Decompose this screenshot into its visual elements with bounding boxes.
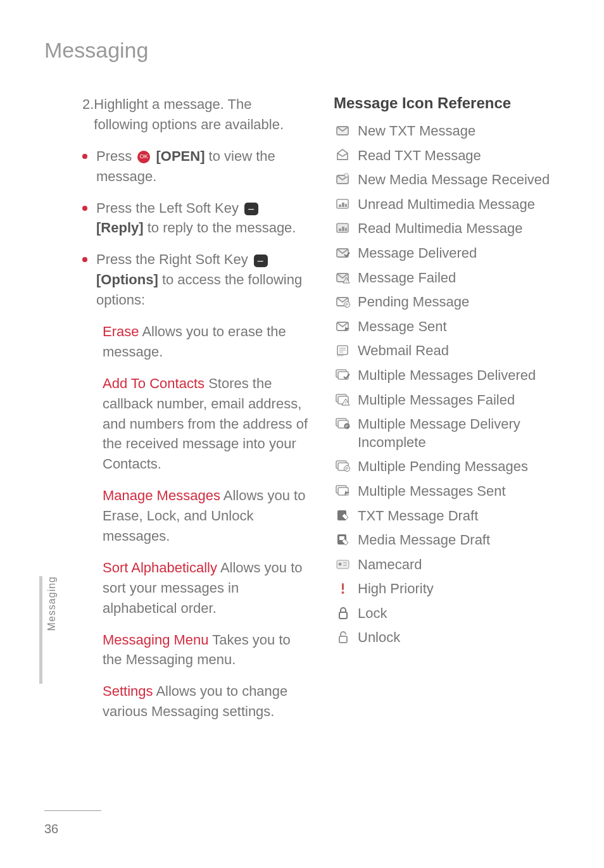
multi-sent-icon [334, 482, 353, 498]
right-column: Message Icon Reference New TXT MessageRe… [334, 94, 560, 733]
icon-reference-label: New TXT Message [353, 122, 560, 141]
icon-reference-row: Namecard [334, 556, 560, 574]
ok-icon: OK [137, 151, 150, 163]
icon-reference-label: High Priority [353, 580, 560, 598]
icon-reference-row: PMultiple Pending Messages [334, 458, 560, 476]
svg-text:P: P [346, 424, 349, 429]
icon-reference-row: Unlock [334, 629, 560, 647]
step-item: 2. Highlight a message. The following op… [82, 94, 308, 135]
envelope-pending-icon: P [334, 293, 353, 308]
icon-reference-label: Multiple Message Delivery Incomplete [353, 415, 560, 451]
icon-reference-row: ♪New Media Message Received [334, 171, 560, 189]
softkey-icon [244, 203, 258, 215]
icon-reference-row: !Multiple Messages Failed [334, 391, 560, 410]
icon-reference-label: Message Sent [353, 318, 560, 336]
svg-rect-10 [342, 227, 344, 231]
left-column: 2. Highlight a message. The following op… [44, 94, 308, 733]
icon-reference-label: Multiple Messages Sent [353, 482, 560, 501]
definition-term: Erase [103, 324, 139, 339]
icon-reference-row: TXT Message Draft [334, 507, 560, 525]
svg-text:P: P [346, 303, 349, 307]
envelope-sent-icon [334, 318, 353, 333]
definition-item: Sort Alphabetically Allows you to sort y… [82, 558, 308, 619]
icon-reference-row: High Priority [334, 580, 560, 598]
svg-rect-48 [339, 612, 347, 619]
icon-reference-label: Unread Multimedia Message [353, 196, 560, 214]
icon-reference-row: Multiple Messages Sent [334, 482, 560, 501]
icon-reference-row: Message Delivered [334, 244, 560, 263]
bullet-item: Press OK [OPEN] to view the message. [82, 146, 308, 187]
icon-reference-label: Message Failed [353, 269, 560, 287]
multi-pending-icon: P [334, 458, 353, 473]
icon-reference-label: TXT Message Draft [353, 507, 560, 525]
definition-term: Settings [103, 683, 153, 699]
icon-reference-label: Media Message Draft [353, 531, 560, 550]
bullet-item: Press the Right Soft Key [Options] to ac… [82, 249, 308, 310]
bullet-dot-icon [82, 206, 87, 211]
icon-reference-row: New TXT Message [334, 122, 560, 141]
svg-text:!: ! [346, 279, 347, 283]
envelope-music-icon: ♪ [334, 171, 353, 186]
icon-reference-label: Lock [353, 605, 560, 623]
definition-term: Manage Messages [103, 487, 220, 503]
svg-text:!: ! [345, 401, 346, 405]
svg-rect-11 [345, 228, 347, 231]
lock-closed-icon [334, 605, 353, 620]
bullet-text: Press the Left Soft Key [Reply] to reply… [96, 198, 308, 239]
envelope-warn-icon: ! [334, 269, 353, 284]
svg-rect-6 [342, 203, 344, 207]
svg-point-43 [339, 562, 342, 565]
side-tab-label: Messaging [46, 576, 58, 631]
svg-text:WAP: WAP [337, 353, 344, 357]
icon-reference-row: Message Sent [334, 318, 560, 336]
draft-txt-icon [334, 507, 353, 522]
draft-media-icon [334, 531, 353, 546]
icon-reference-row: Unread Multimedia Message [334, 196, 560, 214]
icon-reference-label: Pending Message [353, 293, 560, 311]
side-tab: Messaging [39, 576, 54, 684]
icon-reference-row: PPending Message [334, 293, 560, 311]
svg-point-47 [342, 591, 344, 594]
icon-reference-label: Namecard [353, 556, 560, 574]
icon-reference-label: Unlock [353, 629, 560, 647]
svg-text:P: P [346, 467, 349, 471]
multi-pending-dark-icon: P [334, 415, 353, 431]
icon-reference-row: Read TXT Message [334, 147, 560, 165]
definition-term: Messaging Menu [103, 632, 209, 648]
envelope-open-icon [334, 147, 353, 162]
icon-reference-row: WAPWebmail Read [334, 342, 560, 360]
icon-reference-label: Multiple Pending Messages [353, 458, 560, 476]
svg-rect-7 [345, 204, 347, 207]
icon-reference-label: New Media Message Received [353, 171, 560, 189]
namecard-icon [334, 556, 353, 571]
definition-term: Add To Contacts [103, 375, 204, 391]
icon-reference-row: Read Multimedia Message [334, 220, 560, 238]
icon-reference-heading: Message Icon Reference [334, 94, 560, 112]
icon-reference-label: Webmail Read [353, 342, 560, 360]
bullet-dot-icon [82, 257, 87, 262]
icon-reference-label: Read TXT Message [353, 147, 560, 165]
page-title: Messaging [44, 38, 560, 63]
icon-reference-label: Multiple Messages Failed [353, 391, 560, 410]
multi-warn-icon: ! [334, 391, 353, 406]
definition-item: Messaging Menu Takes you to the Messagin… [82, 630, 308, 670]
definition-item: Add To Contacts Stores the callback numb… [82, 374, 308, 474]
webmail-icon: WAP [334, 342, 353, 357]
icon-reference-label: Read Multimedia Message [353, 220, 560, 238]
step-number: 2. [82, 94, 94, 135]
multi-check-icon [334, 367, 353, 382]
bullet-dot-icon [82, 154, 87, 159]
picture-read-icon [334, 220, 353, 235]
definition-item: Erase Allows you to erase the message. [82, 322, 308, 362]
svg-rect-46 [342, 583, 344, 590]
definition-item: Settings Allows you to change various Me… [82, 681, 308, 722]
envelope-check-icon [334, 244, 353, 260]
icon-reference-row: PMultiple Message Delivery Incomplete [334, 415, 560, 451]
softkey-icon [254, 255, 268, 267]
svg-rect-38 [338, 487, 348, 495]
icon-reference-label: Message Delivered [353, 244, 560, 263]
icon-reference-row: Multiple Messages Delivered [334, 367, 560, 385]
lock-open-icon [334, 629, 353, 644]
envelope-closed-icon [334, 122, 353, 137]
definition-item: Manage Messages Allows you to Erase, Loc… [82, 486, 308, 546]
